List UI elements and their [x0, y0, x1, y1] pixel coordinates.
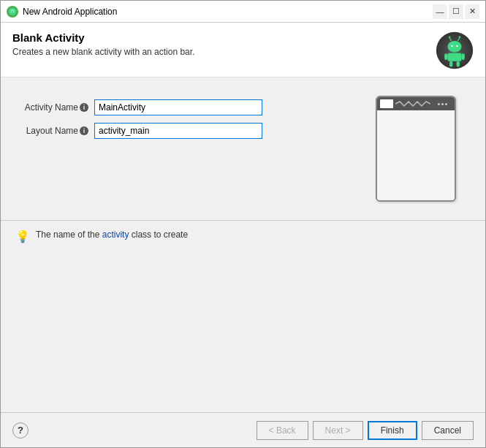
svg-rect-10: [449, 61, 452, 67]
phone-frame: [376, 96, 456, 202]
hint-text: The name of the activity class to create: [36, 229, 188, 240]
activity-name-info-icon[interactable]: i: [80, 103, 88, 112]
layout-name-row: Layout Name i: [23, 123, 354, 139]
window-icon: [7, 6, 18, 18]
title-bar: New Android Application — ☐ ✕: [1, 1, 485, 23]
hint-bulb-icon: 💡: [15, 229, 30, 243]
activity-name-input[interactable]: [94, 99, 262, 115]
window-controls: — ☐ ✕: [433, 4, 479, 19]
svg-point-13: [456, 45, 458, 48]
svg-rect-2: [13, 11, 15, 12]
layout-name-input[interactable]: [94, 123, 262, 139]
svg-point-12: [451, 45, 453, 48]
layout-name-label: Layout Name i: [23, 126, 88, 136]
svg-point-17: [459, 37, 461, 39]
svg-point-15: [449, 37, 451, 39]
maximize-button[interactable]: ☐: [449, 4, 463, 19]
form-area: Activity Name i Layout Name i: [1, 77, 485, 220]
header-text: Blank Activity Creates a new blank activ…: [12, 31, 194, 57]
finish-button[interactable]: Finish: [368, 421, 417, 440]
page-title: Blank Activity: [12, 31, 194, 44]
minimize-button[interactable]: —: [433, 4, 447, 19]
page-subtitle: Creates a new blank activity with an act…: [12, 47, 194, 57]
spacer: [1, 252, 485, 412]
phone-wavy-icon: [395, 100, 430, 107]
footer-right: < Back Next > Finish Cancel: [257, 421, 474, 440]
form-fields: Activity Name i Layout Name i: [23, 92, 354, 139]
next-button[interactable]: Next >: [313, 421, 363, 440]
phone-dots: [433, 100, 447, 107]
footer: ? < Back Next > Finish Cancel: [1, 412, 485, 447]
svg-point-0: [9, 8, 16, 15]
svg-rect-9: [462, 53, 465, 60]
close-button[interactable]: ✕: [465, 4, 479, 19]
cancel-button[interactable]: Cancel: [422, 421, 474, 440]
phone-preview: [376, 96, 463, 205]
header-section: Blank Activity Creates a new blank activ…: [1, 23, 485, 77]
activity-name-label: Activity Name i: [23, 102, 88, 113]
back-button[interactable]: < Back: [257, 421, 308, 440]
phone-body: [377, 110, 455, 200]
main-content: Activity Name i Layout Name i: [1, 77, 485, 412]
svg-rect-11: [457, 61, 460, 67]
dialog-window: New Android Application — ☐ ✕ Blank Acti…: [0, 0, 486, 448]
help-button[interactable]: ?: [12, 422, 29, 438]
footer-left: ?: [12, 422, 29, 438]
svg-rect-7: [447, 53, 461, 61]
hint-section: 💡 The name of the activity class to crea…: [1, 221, 485, 252]
layout-name-info-icon[interactable]: i: [80, 126, 88, 135]
phone-white-rect: [380, 99, 393, 108]
phone-status-bar: [377, 97, 455, 110]
svg-point-6: [447, 41, 461, 53]
window-title: New Android Application: [23, 7, 433, 17]
android-logo: [436, 31, 474, 69]
activity-name-row: Activity Name i: [23, 99, 354, 115]
svg-rect-1: [11, 11, 12, 12]
svg-rect-8: [444, 53, 447, 60]
